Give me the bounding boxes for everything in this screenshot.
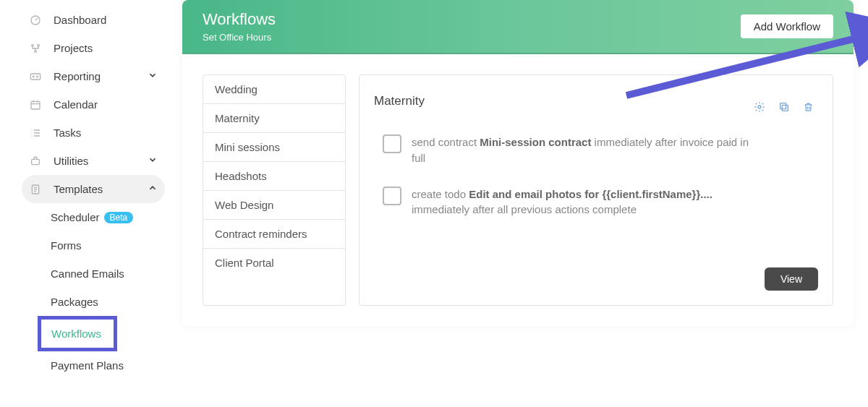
svg-point-5: [33, 76, 35, 77]
svg-rect-12: [780, 103, 786, 109]
nav-label: Projects: [54, 42, 93, 54]
sidebar: Dashboard Projects Reporting Calendar: [0, 0, 178, 407]
svg-point-6: [37, 76, 38, 77]
sub-payment-plans[interactable]: Payment Plans: [46, 351, 165, 380]
beta-badge: Beta: [104, 212, 134, 223]
panel-header: Workflows Set Office Hours Add Workflow: [182, 0, 854, 54]
calendar-icon: [29, 99, 42, 111]
tasks-icon: [29, 127, 42, 139]
detail-toolbar: [754, 101, 814, 116]
sub-canned-emails[interactable]: Canned Emails: [46, 260, 165, 288]
utilities-icon: [29, 155, 42, 167]
add-workflow-button[interactable]: Add Workflow: [741, 14, 833, 38]
workflow-item[interactable]: Mini sessions: [203, 133, 345, 162]
sub-label: Packages: [51, 296, 98, 308]
workflow-item[interactable]: Headshots: [203, 162, 345, 191]
workflow-item[interactable]: Web Design: [203, 191, 345, 220]
workflow-step: create todo Edit and email photos for {{…: [383, 187, 759, 218]
sub-label: Canned Emails: [51, 267, 124, 280]
projects-icon: [29, 43, 42, 54]
workflow-item[interactable]: Maternity: [203, 104, 345, 133]
workflow-step: send contract Mini-session contract imme…: [383, 134, 759, 166]
chevron-down-icon: [148, 155, 158, 167]
sub-forms[interactable]: Forms: [46, 231, 165, 260]
nav-label: Reporting: [54, 70, 101, 82]
sub-label: Payment Plans: [51, 359, 124, 372]
detail-title: Maternity: [374, 94, 425, 108]
nav-projects[interactable]: Projects: [22, 34, 165, 62]
nav-calendar[interactable]: Calendar: [22, 90, 165, 119]
nav-reporting[interactable]: Reporting: [22, 62, 165, 90]
dashboard-icon: [29, 14, 42, 26]
nav-templates[interactable]: Templates: [22, 175, 165, 203]
svg-rect-7: [31, 101, 40, 109]
svg-rect-11: [782, 105, 788, 111]
sub-label: Forms: [51, 239, 82, 252]
page-title: Workflows: [203, 10, 276, 29]
svg-rect-4: [30, 74, 40, 80]
nav-tasks[interactable]: Tasks: [22, 119, 165, 147]
sub-packages[interactable]: Packages: [46, 288, 165, 316]
chevron-down-icon: [148, 70, 158, 82]
svg-rect-8: [32, 159, 40, 164]
svg-point-10: [758, 106, 761, 108]
sub-scheduler[interactable]: Scheduler Beta: [46, 203, 165, 231]
svg-point-1: [32, 44, 34, 46]
view-button[interactable]: View: [765, 267, 818, 291]
nav-label: Dashboard: [54, 14, 106, 26]
workflows-panel: Workflows Set Office Hours Add Workflow …: [182, 0, 854, 326]
svg-point-3: [35, 50, 37, 52]
main-area: Workflows Set Office Hours Add Workflow …: [178, 0, 868, 407]
step-text: create todo Edit and email photos for {{…: [412, 187, 759, 218]
sub-workflows[interactable]: Workflows: [38, 316, 117, 351]
gear-icon[interactable]: [754, 101, 765, 116]
step-text: send contract Mini-session contract imme…: [412, 134, 759, 166]
chevron-up-icon: [148, 183, 158, 195]
step-checkbox[interactable]: [383, 187, 401, 205]
trash-icon[interactable]: [803, 101, 814, 116]
duplicate-icon[interactable]: [778, 101, 790, 116]
workflow-item[interactable]: Wedding: [203, 75, 345, 104]
svg-point-2: [38, 44, 40, 46]
reporting-icon: [29, 72, 42, 82]
workflow-item[interactable]: Contract reminders: [203, 220, 345, 249]
workflow-item[interactable]: Client Portal: [203, 249, 345, 277]
nav-label: Calendar: [54, 98, 98, 111]
nav-label: Tasks: [54, 127, 81, 139]
step-checkbox[interactable]: [383, 134, 401, 153]
sub-label: Workflows: [51, 327, 101, 340]
nav-label: Templates: [54, 183, 103, 195]
nav-dashboard[interactable]: Dashboard: [22, 6, 165, 34]
nav-label: Utilities: [54, 155, 88, 167]
panel-body: Wedding Maternity Mini sessions Headshot…: [182, 54, 854, 326]
workflow-detail: Maternity: [359, 74, 833, 306]
templates-sublist: Scheduler Beta Forms Canned Emails Packa…: [46, 203, 165, 380]
sub-label: Scheduler: [51, 211, 100, 223]
templates-icon: [29, 184, 42, 195]
nav-utilities[interactable]: Utilities: [22, 147, 165, 175]
workflow-list: Wedding Maternity Mini sessions Headshot…: [203, 74, 346, 306]
page-subtitle[interactable]: Set Office Hours: [203, 32, 276, 43]
